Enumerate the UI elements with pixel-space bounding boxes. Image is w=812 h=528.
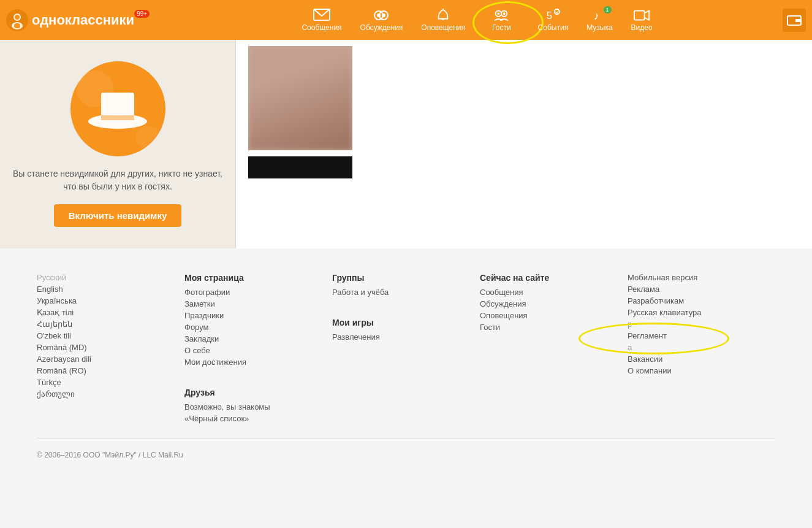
footer-link-photos[interactable]: Фотографии [184,288,332,297]
footer-link-regulations[interactable]: Регламент [628,331,775,340]
lang-romanian-md[interactable]: Română (MD) [37,343,184,352]
footer-languages: Русский English Українська Қазақ тілі Հա… [37,273,184,426]
footer-link-maybe-know[interactable]: Возможно, вы знакомы [184,402,332,411]
footer-link-p[interactable]: р [628,319,775,329]
enable-invisible-button[interactable]: Включить невидимку [54,204,182,227]
guest-name-bar [248,156,352,178]
footer-columns: Русский English Українська Қазақ тілі Հա… [37,273,775,426]
footer-link-about[interactable]: О себе [184,346,332,355]
lang-ukrainian[interactable]: Українська [37,296,184,305]
nav-events[interactable]: 5 События [538,9,569,32]
footer-link-holidays[interactable]: Праздники [184,311,332,320]
footer-divider [37,438,775,438]
svg-text:5: 5 [547,9,552,21]
footer-link-bookmarks[interactable]: Закладки [184,334,332,343]
svg-point-8 [382,13,385,17]
footer-more: Мобильная версия Реклама Разработчикам Р… [628,273,775,426]
footer-groups: Группы Работа и учёба Мои игры Развлечен… [332,273,480,426]
footer-link-work-study[interactable]: Работа и учёба [332,288,480,297]
footer-my-page-title: Моя страница [184,273,332,283]
nav-discussions[interactable]: Обсуждения [360,9,403,32]
music-badge: 1 [604,6,612,13]
nav-music[interactable]: ♪ Музыка 1 [586,9,612,32]
ok-logo-icon [6,9,28,31]
footer-link-a[interactable]: а [628,343,775,352]
lang-russian[interactable]: Русский [37,273,184,282]
nav-notifications[interactable]: Оповещения [421,9,465,32]
header: одноклассники 99+ Сообщения Обсуждения [0,0,812,40]
footer-current-discussions[interactable]: Обсуждения [480,299,628,308]
nav-messages[interactable]: Сообщения [302,9,341,32]
svg-point-7 [377,13,381,17]
lang-turkish[interactable]: Türkçe [37,378,184,387]
footer-friends-title: Друзья [184,388,332,397]
footer-link-notes[interactable]: Заметки [184,299,332,308]
avatar-invisible [70,61,165,156]
footer-link-blacklist[interactable]: «Чёрный список» [184,414,332,423]
guest-photo [248,46,352,150]
footer-my-page: Моя страница Фотографии Заметки Праздник… [184,273,332,426]
svg-rect-22 [101,115,134,120]
lang-uzbek[interactable]: O'zbek tili [37,331,184,340]
footer-current-site: Сейчас на сайте Сообщения Обсуждения Опо… [480,273,628,426]
main-content: Вы станете невидимкой для других, никто … [0,40,812,248]
svg-point-2 [15,15,20,20]
footer-copyright: © 2006–2016 ООО "Мэйл.Ру" / LLC Mail.Ru [37,451,775,459]
footer-current-notifications[interactable]: Оповещения [480,311,628,320]
svg-point-13 [503,12,506,15]
guest-photo-blurred [248,46,352,150]
lang-georgian[interactable]: ქართული [37,389,184,399]
footer-current-messages[interactable]: Сообщения [480,288,628,297]
invisible-promo-panel: Вы станете невидимкой для других, никто … [0,40,236,248]
lang-english[interactable]: English [37,285,184,294]
svg-rect-19 [795,19,800,22]
footer-link-company[interactable]: О компании [628,366,775,375]
logo[interactable]: одноклассники 99+ [6,9,153,31]
logo-text: одноклассники [32,12,134,28]
promo-description: Вы станете невидимкой для других, никто … [12,167,223,193]
footer-link-entertainment[interactable]: Развлечения [332,332,480,342]
footer-groups-title: Группы [332,273,480,283]
nav-guests[interactable]: Гости [484,6,520,34]
footer-link-ads[interactable]: Реклама [628,285,775,294]
footer-link-vacancies[interactable]: Вакансии [628,354,775,364]
footer-link-keyboard[interactable]: Русская клавиатура [628,308,775,317]
lang-kazakh[interactable]: Қазақ тілі [37,308,184,317]
lang-romanian-ro[interactable]: Română (RO) [37,366,184,375]
main-nav: Сообщения Обсуждения Оповещения [172,6,783,34]
svg-rect-17 [634,10,645,20]
logo-badge: 99+ [134,10,150,18]
footer: Русский English Українська Қазақ тілі Հա… [0,248,812,478]
svg-rect-3 [14,23,20,28]
footer-current-title: Сейчас на сайте [480,273,628,283]
footer-link-forum[interactable]: Форум [184,323,332,332]
footer-link-mobile[interactable]: Мобильная версия [628,273,775,282]
footer-current-guests[interactable]: Гости [480,323,628,332]
lang-azerbaijani[interactable]: Azərbaycan dili [37,354,184,364]
footer-mygames-title: Мои игры [332,318,480,327]
nav-video[interactable]: Видео [631,9,653,32]
lang-armenian[interactable]: Հայերեն [37,319,184,329]
svg-point-12 [498,12,500,15]
guest-panel [236,40,812,248]
footer-link-developers[interactable]: Разработчикам [628,296,775,305]
footer-link-achievements[interactable]: Мои достижения [184,358,332,367]
header-right [783,9,806,32]
wallet-button[interactable] [783,9,806,32]
svg-text:♪: ♪ [594,9,599,22]
footer-regulations-highlight: Регламент [628,331,775,340]
